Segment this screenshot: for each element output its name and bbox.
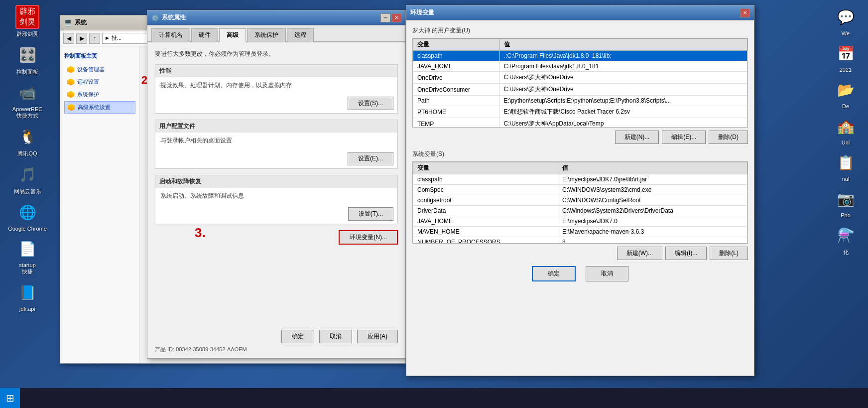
icon-we[interactable]: 💬 We (826, 5, 866, 36)
sys-var-name: classpath (413, 174, 558, 185)
sys-var-val: C:\Windows\System32\Drivers\DriverData (558, 206, 747, 216)
taskbar: ⊞ (0, 388, 868, 408)
user-var-val: .;C:\Program Files\Java\jdk1.8.0_181\lib… (499, 51, 747, 61)
user-var-name: classpath (413, 51, 500, 61)
envvar-body: 罗大神 的用户变量(U) 变量 值 classpath .;C:\Program… (406, 20, 754, 287)
performance-section: 性能 视觉效果、处理器计划、内存使用，以及虚拟内存 设置(S)... (155, 64, 398, 114)
sysprop-ok-button[interactable]: 确定 (281, 330, 314, 343)
tab-remote[interactable]: 远程 (287, 28, 314, 42)
sys-var-val: E:\myeclipse\JDK7.0\jre\lib\rt.jar (558, 174, 747, 185)
table-row[interactable]: classpath .;C:\Program Files\Java\jdk1.8… (413, 51, 747, 61)
table-row[interactable]: configsetroot C:\WINDOWS\ConfigSetRoot (413, 195, 747, 206)
icon-qq[interactable]: 🐧 腾讯QQ (7, 125, 47, 157)
table-row[interactable]: DriverData C:\Windows\System32\Drivers\D… (413, 206, 747, 216)
user-delete-button[interactable]: 删除(D) (709, 131, 748, 144)
forward-button[interactable]: ▶ (76, 33, 87, 44)
icon-jdkapi[interactable]: 📘 jdk.api (7, 280, 47, 312)
sidebar-item-device-manager[interactable]: 设备管理器 (64, 64, 135, 75)
performance-settings-button[interactable]: 设置(S)... (348, 97, 393, 110)
up-button[interactable]: ↑ (89, 33, 100, 44)
sidebar-item-remote-settings[interactable]: 远程设置 2. (64, 76, 135, 88)
tab-advanced[interactable]: 高级 (219, 28, 246, 42)
envvar-title: 环境变量 (410, 8, 434, 17)
sysprop-close[interactable]: ✕ (391, 13, 401, 22)
start-button[interactable]: ⊞ (0, 388, 20, 408)
window-sysprop: ⚙️ 系统属性 ─ ✕ 计算机名 硬件 高级 系统保护 远程 要进行大多数更改，… (147, 10, 406, 359)
table-row[interactable]: ComSpec C:\WINDOWS\system32\cmd.exe (413, 185, 747, 195)
product-id: 产品 ID: 00342-35089-34452-AAOEM (155, 346, 247, 353)
table-row[interactable]: JAVA_HOME E:\myeclipse\JDK7.0 (413, 216, 747, 227)
icon-chrome[interactable]: 🌐 Google Chrome (7, 200, 47, 232)
env-variables-button[interactable]: 环境变量(N)... (339, 230, 398, 245)
table-row[interactable]: TEMP C:\Users\罗大神\AppData\Local\Temp (413, 118, 747, 128)
user-edit-button[interactable]: 编辑(E)... (662, 131, 706, 144)
tab-computername[interactable]: 计算机名 (151, 28, 190, 42)
icon-apowerrec[interactable]: 📹 ApowerREC快捷方式 (7, 81, 47, 120)
icon-2021[interactable]: 📅 2021 (826, 41, 866, 73)
sysprop-apply-button[interactable]: 应用(A) (357, 330, 398, 343)
performance-body: 视觉效果、处理器计划、内存使用，以及虚拟内存 (155, 77, 397, 94)
table-row[interactable]: classpath E:\myeclipse\JDK7.0\jre\lib\rt… (413, 174, 747, 185)
user-var-val: E:\联想软件商城下载\Cisco Packet Tracer 6.2sv (499, 106, 747, 118)
icon-netease[interactable]: 🎵 网易云音乐 (7, 162, 47, 195)
icon-bixie[interactable]: 辟邪剑灵 辟邪剑灵 (7, 5, 47, 38)
userprofiles-settings-button[interactable]: 设置(E)... (348, 152, 393, 165)
sys-var-val: C:\WINDOWS\ConfigSetRoot (558, 195, 747, 206)
back-button[interactable]: ◀ (63, 33, 74, 44)
user-var-val: C:\Users\罗大神\OneDrive (499, 84, 747, 96)
table-row[interactable]: OneDriveConsumer C:\Users\罗大神\OneDrive (413, 84, 747, 96)
performance-header: 性能 (155, 65, 397, 77)
sysprop-body: 要进行大多数更改，你必须作为管理员登录。 性能 视觉效果、处理器计划、内存使用，… (147, 42, 405, 252)
sidebar-item-advanced-settings[interactable]: 高级系统设置 (64, 101, 135, 114)
icon-pho[interactable]: 📷 Pho (826, 187, 866, 218)
sys-new-button[interactable]: 新建(W)... (617, 247, 662, 260)
startup-settings-button[interactable]: 设置(T)... (348, 207, 393, 221)
sys-edit-button[interactable]: 编辑(I)... (665, 247, 707, 260)
user-var-val: C:\Program Files\Java\jdk1.8.0_181 (499, 61, 747, 72)
icon-de[interactable]: 📂 De (826, 78, 866, 109)
sysprop-icon: ⚙️ (151, 14, 159, 21)
sidebar-item-label: 高级系统设置 (78, 104, 111, 111)
user-vars-table-container[interactable]: 变量 值 classpath .;C:\Program Files\Java\j… (412, 38, 748, 128)
sidebar: 控制面板主页 设备管理器 远程设置 2. 系统保护 高级系统设置 (60, 46, 140, 363)
userprofiles-body: 与登录帐户相关的桌面设置 (155, 133, 397, 149)
sys-var-name: configsetroot (413, 195, 558, 206)
tab-sysprot[interactable]: 系统保护 (247, 28, 286, 42)
tab-hardware[interactable]: 硬件 (191, 28, 218, 42)
startup-body: 系统启动、系统故障和调试信息 (155, 188, 397, 204)
sys-var-name: ComSpec (413, 185, 558, 195)
table-row[interactable]: JAVA_HOME C:\Program Files\Java\jdk1.8.0… (413, 61, 747, 72)
sys-var-name: DriverData (413, 206, 558, 216)
envvar-cancel-button[interactable]: 取消 (586, 266, 628, 281)
envvar-close-button[interactable]: ✕ (740, 8, 750, 17)
icon-startup[interactable]: 📄 startup快捷 (7, 237, 47, 275)
envvar-ok-button[interactable]: 确定 (532, 266, 576, 281)
table-row[interactable]: MAVEN_HOME E:\Maven\apache-maven-3.6.3 (413, 227, 747, 237)
system-vars-table-container[interactable]: 变量 值 classpath E:\myeclipse\JDK7.0\jre\l… (412, 161, 748, 244)
table-row[interactable]: NUMBER_OF_PROCESSORS 8 (413, 237, 747, 244)
user-var-name: PT6HOME (413, 106, 500, 118)
window-envvar-titlebar: 环境变量 ✕ (406, 5, 754, 20)
sys-delete-button[interactable]: 删除(L) (710, 247, 748, 260)
sidebar-title: 控制面板主页 (64, 52, 135, 60)
userprofiles-section: 用户配置文件 与登录帐户相关的桌面设置 设置(E)... (155, 120, 398, 169)
icon-hua[interactable]: ⚗️ 化 (826, 223, 866, 256)
icon-nal[interactable]: 📋 nal (826, 150, 866, 182)
user-col-val: 值 (499, 39, 747, 51)
icon-controlpanel[interactable]: 🎛️ 控制面板 (7, 43, 47, 76)
sysprop-minimize[interactable]: ─ (380, 13, 390, 22)
table-row[interactable]: Path E:\python\setup\Scripts;E:\python\s… (413, 96, 747, 106)
user-var-name: OneDriveConsumer (413, 84, 500, 96)
table-row[interactable]: PT6HOME E:\联想软件商城下载\Cisco Packet Tracer … (413, 106, 747, 118)
icon-uni[interactable]: 🏫 Uni (826, 114, 866, 145)
system-vars-table: 变量 值 classpath E:\myeclipse\JDK7.0\jre\l… (413, 162, 747, 244)
sidebar-item-system-protection[interactable]: 系统保护 (64, 89, 135, 100)
shield-icon (67, 66, 74, 73)
window-system-title: 系统 (75, 18, 87, 27)
sys-var-name: JAVA_HOME (413, 216, 558, 227)
user-new-button[interactable]: 新建(N)... (615, 131, 659, 144)
table-row[interactable]: OneDrive C:\Users\罗大神\OneDrive (413, 72, 747, 84)
sysprop-cancel-button[interactable]: 取消 (319, 330, 352, 343)
sys-col-val: 值 (558, 162, 747, 174)
user-var-val: C:\Users\罗大神\AppData\Local\Temp (499, 118, 747, 128)
